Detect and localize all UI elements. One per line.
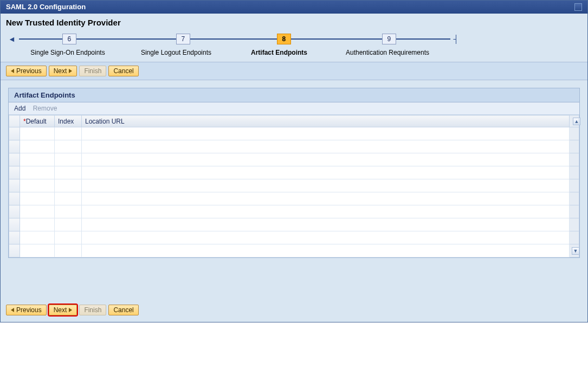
- wizard-label-9: Authentication Requirements: [328, 49, 447, 56]
- next-button-bottom[interactable]: Next: [49, 305, 77, 315]
- cell-location-url[interactable]: [82, 205, 570, 218]
- cell-default[interactable]: [20, 205, 55, 218]
- table-row[interactable]: [9, 205, 579, 218]
- scroll-track: [570, 166, 579, 179]
- cell-default[interactable]: [20, 153, 55, 166]
- wizard-step-9[interactable]: 9: [382, 34, 396, 44]
- column-header-index[interactable]: Index: [55, 115, 82, 127]
- previous-button-bottom[interactable]: Previous: [6, 305, 47, 315]
- column-header-location[interactable]: Location URL: [82, 115, 570, 127]
- cell-location-url[interactable]: [82, 127, 570, 140]
- triangle-right-icon: [69, 308, 72, 312]
- cell-index[interactable]: [55, 218, 82, 231]
- table-row[interactable]: [9, 218, 579, 231]
- wizard-end-cap-icon: ┤: [454, 35, 459, 43]
- finish-button-bottom: Finish: [79, 305, 106, 315]
- row-selector[interactable]: [9, 153, 20, 166]
- row-selector[interactable]: [9, 218, 20, 231]
- scroll-track: [570, 153, 579, 166]
- window-frame: SAML 2.0 Configuration New Trusted Ident…: [0, 0, 588, 322]
- triangle-left-icon: [11, 308, 14, 312]
- scroll-track: [570, 179, 579, 192]
- cell-default[interactable]: [20, 192, 55, 205]
- row-selector[interactable]: [9, 192, 20, 205]
- table-row[interactable]: [9, 192, 579, 205]
- cell-location-url[interactable]: [82, 179, 570, 192]
- top-button-bar: Previous Next Finish Cancel: [1, 62, 587, 80]
- cell-index[interactable]: [55, 179, 82, 192]
- cell-location-url[interactable]: [82, 244, 570, 257]
- scroll-down-icon: ▼: [572, 247, 579, 255]
- row-selector[interactable]: [9, 205, 20, 218]
- cell-default[interactable]: [20, 218, 55, 231]
- cell-index[interactable]: [55, 192, 82, 205]
- cell-index[interactable]: [55, 153, 82, 166]
- cell-index[interactable]: [55, 244, 82, 257]
- table-row[interactable]: [9, 166, 579, 179]
- title-bar: SAML 2.0 Configuration: [1, 1, 587, 14]
- table-row[interactable]: [9, 179, 579, 192]
- cell-default[interactable]: [20, 127, 55, 140]
- cell-default[interactable]: [20, 179, 55, 192]
- row-selector[interactable]: [9, 179, 20, 192]
- cell-location-url[interactable]: [82, 231, 570, 244]
- row-selector[interactable]: [9, 140, 20, 153]
- window-title: SAML 2.0 Configuration: [6, 3, 86, 11]
- cell-default[interactable]: [20, 231, 55, 244]
- row-selector[interactable]: [9, 127, 20, 140]
- row-selector[interactable]: [9, 231, 20, 244]
- cell-index[interactable]: [55, 166, 82, 179]
- add-link[interactable]: Add: [14, 105, 25, 112]
- remove-link: Remove: [33, 105, 57, 112]
- table-row[interactable]: [9, 153, 579, 166]
- row-selector[interactable]: [9, 166, 20, 179]
- wizard-label-7: Single Logout Endpoints: [122, 49, 230, 56]
- cancel-button-bottom[interactable]: Cancel: [108, 305, 138, 315]
- cell-index[interactable]: [55, 140, 82, 153]
- wizard-step-6[interactable]: 6: [62, 34, 76, 44]
- cancel-button-top[interactable]: Cancel: [108, 66, 138, 76]
- row-selector[interactable]: [9, 244, 20, 257]
- triangle-left-icon: [11, 69, 14, 73]
- window-control-icon[interactable]: [574, 3, 582, 11]
- triangle-right-icon: [69, 69, 72, 73]
- next-button-top[interactable]: Next: [49, 66, 77, 76]
- table-row[interactable]: [9, 231, 579, 244]
- cell-location-url[interactable]: [82, 153, 570, 166]
- scroll-track: [570, 231, 579, 244]
- wizard-prev-arrow-icon[interactable]: ◄: [8, 35, 16, 43]
- column-selector[interactable]: [9, 115, 20, 127]
- scroll-up-cell[interactable]: ▲: [570, 115, 579, 127]
- wizard-roadmap: ◄ 6 7 8 9 ┤ Single Sign-On Endpoints Sin…: [1, 30, 587, 62]
- cell-default[interactable]: [20, 244, 55, 257]
- cell-index[interactable]: [55, 127, 82, 140]
- wizard-step-7[interactable]: 7: [176, 34, 190, 44]
- scroll-track: [570, 127, 579, 140]
- grid-wrap: *Default Index Location URL ▲ ▼: [9, 115, 579, 257]
- wizard-step-8[interactable]: 8: [277, 34, 291, 44]
- cell-location-url[interactable]: [82, 140, 570, 153]
- scroll-track: [570, 205, 579, 218]
- wizard-label-8: Artifact Endpoints: [230, 49, 328, 56]
- content-area: Artifact Endpoints Add Remove: [1, 80, 587, 300]
- cell-location-url[interactable]: [82, 166, 570, 179]
- artifact-endpoints-table: *Default Index Location URL ▲ ▼: [9, 115, 579, 257]
- wizard-label-6: Single Sign-On Endpoints: [14, 49, 122, 56]
- cell-default[interactable]: [20, 140, 55, 153]
- column-header-default[interactable]: *Default: [20, 115, 55, 127]
- artifact-endpoints-panel: Artifact Endpoints Add Remove: [8, 88, 580, 258]
- panel-toolbar: Add Remove: [9, 102, 579, 115]
- table-row[interactable]: [9, 140, 579, 153]
- cell-index[interactable]: [55, 205, 82, 218]
- scroll-track: [570, 140, 579, 153]
- previous-button-top[interactable]: Previous: [6, 66, 47, 76]
- cell-default[interactable]: [20, 166, 55, 179]
- scroll-track[interactable]: ▼: [570, 244, 579, 257]
- cell-index[interactable]: [55, 231, 82, 244]
- cell-location-url[interactable]: [82, 218, 570, 231]
- scroll-track: [570, 218, 579, 231]
- table-row[interactable]: ▼: [9, 244, 579, 257]
- cell-location-url[interactable]: [82, 192, 570, 205]
- bottom-button-bar: Previous Next Finish Cancel: [1, 300, 587, 322]
- table-row[interactable]: [9, 127, 579, 140]
